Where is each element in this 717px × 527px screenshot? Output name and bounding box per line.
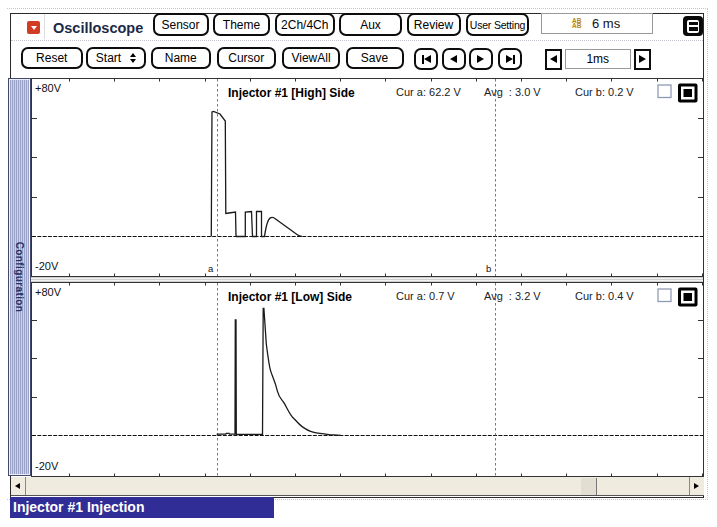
svg-text:Injector #1 [High] Side: Injector #1 [High] Side <box>228 86 355 100</box>
svg-text:Injector #1 [Low] Side: Injector #1 [Low] Side <box>228 290 352 304</box>
svg-text:Avg : 3.2 V: Avg : 3.2 V <box>484 290 541 302</box>
svg-text:Cur a: 0.7 V: Cur a: 0.7 V <box>396 290 455 302</box>
svg-text:a: a <box>208 262 214 273</box>
svg-text:Cur b: 0.4 V: Cur b: 0.4 V <box>575 290 634 302</box>
svg-text:Cur a: 62.2 V: Cur a: 62.2 V <box>396 85 461 97</box>
svg-text:Cur b: 0.2 V: Cur b: 0.2 V <box>575 85 634 97</box>
svg-text:+80V: +80V <box>35 286 62 298</box>
svg-text:Avg : 3.0 V: Avg : 3.0 V <box>484 85 541 97</box>
svg-text:-20V: -20V <box>35 460 59 472</box>
svg-text:+80V: +80V <box>35 82 62 94</box>
svg-text:b: b <box>486 262 491 273</box>
svg-text:-20V: -20V <box>35 260 59 272</box>
